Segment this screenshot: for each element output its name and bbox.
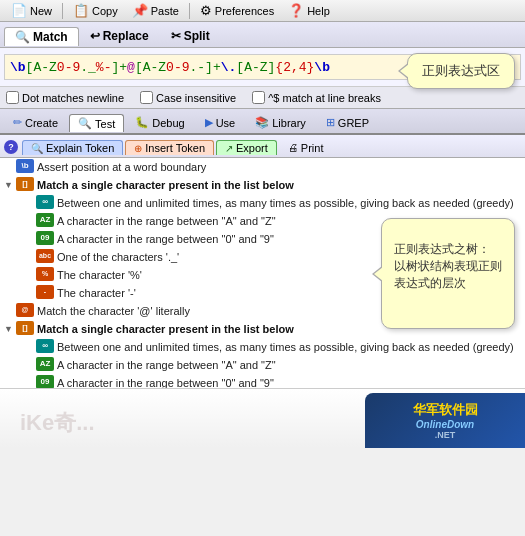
copy-button[interactable]: 📋 Copy xyxy=(66,1,125,20)
preferences-button[interactable]: ⚙ Preferences xyxy=(193,1,281,20)
caret-match-label: ^$ match at line breaks xyxy=(268,92,381,104)
tab-export[interactable]: ↗ Export xyxy=(216,140,277,155)
regex-token-9: 0-9 xyxy=(166,60,189,75)
tree-node-text: Match a single character present in the … xyxy=(37,177,525,193)
main-tab-bar: ✏ Create 🔍 Test 🐛 Debug ▶ Use 📚 Library … xyxy=(0,109,525,135)
regex-tooltip-text: 正则表达式区 xyxy=(422,63,500,78)
tab-use[interactable]: ▶ Use xyxy=(196,113,245,131)
regex-token-3: 0-9 xyxy=(57,60,80,75)
tree-arrow-icon[interactable]: ▼ xyxy=(4,177,16,193)
tree-tooltip-text: 正则表达式之树： 以树状结构表现正则 表达式的层次 xyxy=(394,242,502,290)
regex-token-12: [A-Z] xyxy=(236,60,275,75)
case-insensitive-option[interactable]: Case insensitive xyxy=(140,91,236,104)
tab-replace[interactable]: ↩ Replace xyxy=(79,26,160,45)
insert-icon: ⊕ xyxy=(134,143,142,154)
paste-label: Paste xyxy=(151,5,179,17)
tree-node-text: A character in the range between "0" and… xyxy=(57,375,525,388)
explain-tab-label: Explain Token xyxy=(46,142,114,154)
tab-match[interactable]: 🔍 Match xyxy=(4,27,79,46)
toolbar: 📄 New 📋 Copy 📌 Paste ⚙ Preferences ❓ Hel… xyxy=(0,0,525,22)
tab-insert[interactable]: ⊕ Insert Token xyxy=(125,140,214,155)
new-button[interactable]: 📄 New xyxy=(4,1,59,20)
tree-node-icon: ∞ xyxy=(36,195,54,209)
regex-token-4: ._ xyxy=(80,60,96,75)
tree-item: ∞Between one and unlimited times, as man… xyxy=(0,194,525,212)
tree-node-text: Between one and unlimited times, as many… xyxy=(57,195,525,211)
debug-tab-label: Debug xyxy=(152,117,184,129)
tab-explain[interactable]: 🔍 Explain Token xyxy=(22,140,123,155)
tree-node-icon: AZ xyxy=(36,357,54,371)
regex-token-6: ]+ xyxy=(111,60,127,75)
debug-icon: 🐛 xyxy=(135,116,149,129)
tree-node-icon: abc xyxy=(36,249,54,263)
match-icon: 🔍 xyxy=(15,30,30,44)
tree-item: 09A character in the range between "0" a… xyxy=(0,374,525,388)
tree-area: 正则表达式之树： 以树状结构表现正则 表达式的层次 \bAssert posit… xyxy=(0,158,525,388)
match-tab-label: Match xyxy=(33,30,68,44)
tree-arrow-icon xyxy=(24,285,36,301)
caret-match-option[interactable]: ^$ match at line breaks xyxy=(252,91,381,104)
tab-grep[interactable]: ⊞ GREP xyxy=(317,113,378,131)
tree-arrow-icon xyxy=(4,159,16,175)
mode-tab-bar: 🔍 Match ↩ Replace ✂ Split xyxy=(0,22,525,48)
test-icon: 🔍 xyxy=(78,117,92,130)
tab-create[interactable]: ✏ Create xyxy=(4,113,67,131)
tree-arrow-icon xyxy=(24,213,36,229)
export-icon: ↗ xyxy=(225,143,233,154)
regex-token-5: %- xyxy=(96,60,112,75)
export-tab-label: Export xyxy=(236,142,268,154)
help-button[interactable]: ❓ Help xyxy=(281,1,337,20)
grep-tab-label: GREP xyxy=(338,117,369,129)
create-icon: ✏ xyxy=(13,116,22,129)
tree-item: ▼[]Match a single character present in t… xyxy=(0,176,525,194)
tree-item: \bAssert position at a word boundary xyxy=(0,158,525,176)
tree-node-icon: AZ xyxy=(36,213,54,227)
dot-matches-option[interactable]: Dot matches newline xyxy=(6,91,124,104)
print-tab-label: Print xyxy=(301,142,324,154)
new-label: New xyxy=(30,5,52,17)
tree-tooltip: 正则表达式之树： 以树状结构表现正则 表达式的层次 xyxy=(381,218,515,329)
use-tab-label: Use xyxy=(216,117,236,129)
regex-token-2: [A-Z xyxy=(26,60,57,75)
tree-item: ∞Between one and unlimited times, as man… xyxy=(0,338,525,356)
tab-debug[interactable]: 🐛 Debug xyxy=(126,113,193,131)
create-tab-label: Create xyxy=(25,117,58,129)
regex-token-1: \b xyxy=(10,60,26,75)
tree-node-icon: - xyxy=(36,285,54,299)
copy-icon: 📋 xyxy=(73,3,89,18)
tree-node-icon: \b xyxy=(16,159,34,173)
dot-matches-checkbox[interactable] xyxy=(6,91,19,104)
tree-arrow-icon xyxy=(24,339,36,355)
dot-matches-label: Dot matches newline xyxy=(22,92,124,104)
replace-tab-label: Replace xyxy=(103,29,149,43)
caret-match-checkbox[interactable] xyxy=(252,91,265,104)
tree-arrow-icon[interactable]: ▼ xyxy=(4,321,16,337)
tree-node-text: Assert position at a word boundary xyxy=(37,159,525,175)
tree-node-icon: % xyxy=(36,267,54,281)
tab-library[interactable]: 📚 Library xyxy=(246,113,315,131)
library-icon: 📚 xyxy=(255,116,269,129)
paste-button[interactable]: 📌 Paste xyxy=(125,1,186,20)
tab-print[interactable]: 🖨 Print xyxy=(279,140,333,155)
tab-test[interactable]: 🔍 Test xyxy=(69,114,124,132)
options-row: Dot matches newline Case insensitive ^$ … xyxy=(0,87,525,109)
case-insensitive-checkbox[interactable] xyxy=(140,91,153,104)
regex-token-7: @ xyxy=(127,60,135,75)
regex-token-11: \. xyxy=(221,60,237,75)
tree-arrow-icon xyxy=(24,375,36,388)
preferences-label: Preferences xyxy=(215,5,274,17)
badge-line2: OnlineDown xyxy=(416,419,474,430)
split-tab-label: Split xyxy=(184,29,210,43)
paste-icon: 📌 xyxy=(132,3,148,18)
new-icon: 📄 xyxy=(11,3,27,18)
tree-node-icon: 09 xyxy=(36,231,54,245)
tree-arrow-icon xyxy=(4,303,16,319)
tree-arrow-icon xyxy=(24,267,36,283)
tab-split[interactable]: ✂ Split xyxy=(160,26,221,45)
tree-node-icon: @ xyxy=(16,303,34,317)
help-circle-icon: ? xyxy=(4,140,18,154)
regex-token-10: .-]+ xyxy=(190,60,221,75)
help-label: Help xyxy=(307,5,330,17)
library-tab-label: Library xyxy=(272,117,306,129)
tree-node-icon: ∞ xyxy=(36,339,54,353)
